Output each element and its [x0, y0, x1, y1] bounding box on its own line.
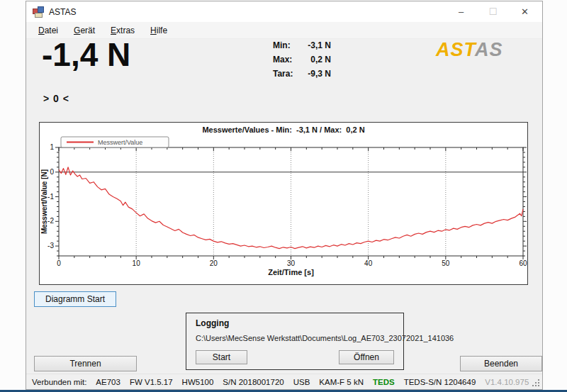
measurement-chart-panel: 010203040506010-1-2-3Zeit/Time [s]Messwe…	[39, 122, 528, 285]
x-tick-label: 40	[364, 259, 373, 267]
status-hardware: HW5100	[182, 378, 214, 386]
chart-title: Messwerte/Values - Min: -3,1 N / Max: 0,…	[40, 125, 527, 134]
menu-hilfe[interactable]: Hilfe	[142, 23, 175, 38]
x-tick-label: 0	[57, 259, 61, 267]
min-row: Min: -3,1 N	[273, 38, 331, 52]
measurement-chart: 010203040506010-1-2-3Zeit/Time [s]Messwe…	[40, 123, 527, 284]
status-bar: Verbunden mit: AE703 FW V1.5.17 HW5100 S…	[26, 374, 542, 389]
x-tick-label: 50	[442, 259, 450, 267]
status-interface: USB	[293, 378, 310, 386]
tara-label: Tara:	[273, 67, 298, 81]
status-app-version: V1.4.10.975	[485, 378, 529, 386]
current-force-readout: -1,4 N	[42, 35, 130, 74]
app-window: ASTAS – ☐ ✕ Datei Gerät Extras Hilfe -1,…	[26, 1, 543, 390]
y-tick-label: -3	[47, 242, 54, 250]
diagram-start-button[interactable]: Diagramm Start	[34, 291, 116, 307]
logging-file-path: C:\Users\MecSense Werkstatt\Documents\Lo…	[196, 334, 454, 342]
legend-label: Messwert/Value	[98, 139, 142, 146]
astas-logo-yellow: AST	[436, 39, 475, 60]
status-connected-label: Verbunden mit:	[32, 378, 86, 386]
maximize-button: ☐	[477, 1, 509, 22]
logging-groupbox: Logging C:\Users\MecSense Werkstatt\Docu…	[186, 313, 404, 370]
x-tick-label: 30	[287, 259, 296, 267]
logging-open-button[interactable]: Öffnen	[339, 350, 394, 364]
astas-logo-gray: AS	[475, 39, 503, 60]
status-serial: S/N 2018001720	[223, 378, 284, 386]
x-axis-label: Zeit/Time [s]	[268, 268, 314, 276]
logging-start-button[interactable]: Start	[196, 350, 247, 364]
disconnect-button[interactable]: Trennen	[34, 356, 137, 371]
y-tick-label: 0	[50, 168, 54, 176]
close-button[interactable]: ✕	[509, 1, 541, 22]
logging-title: Logging	[196, 318, 229, 328]
status-firmware: FW V1.5.17	[130, 378, 173, 386]
status-device: AE703	[96, 378, 120, 386]
plot-area	[59, 147, 523, 256]
y-tick-label: 1	[50, 143, 54, 151]
x-tick-label: 60	[519, 259, 527, 267]
tare-zero-button[interactable]: > 0 <	[43, 93, 69, 104]
resize-grip[interactable]	[538, 385, 539, 386]
x-tick-label: 20	[210, 259, 218, 267]
y-tick-label: -2	[47, 217, 54, 225]
y-axis-label: Messwert/Value [N]	[40, 169, 48, 234]
window-controls: – ☐ ✕	[445, 1, 541, 22]
max-row: Max: 0,2 N	[273, 52, 331, 67]
min-value: -3,1 N	[298, 38, 331, 52]
status-sensor: KAM-F 5 kN	[319, 378, 364, 386]
status-teds-badge: TEDS	[373, 378, 395, 386]
tara-row: Tara: -9,3 N	[273, 67, 331, 81]
exit-button[interactable]: Beenden	[460, 356, 542, 371]
app-icon	[33, 6, 44, 18]
max-label: Max:	[273, 52, 298, 67]
min-label: Min:	[273, 38, 298, 52]
max-value: 0,2 N	[298, 52, 331, 67]
min-max-tara-panel: Min: -3,1 N Max: 0,2 N Tara: -9,3 N	[273, 38, 331, 81]
minimize-button[interactable]: –	[445, 1, 477, 22]
x-tick-label: 10	[133, 259, 141, 267]
y-tick-label: -1	[47, 193, 54, 201]
window-title: ASTAS	[49, 7, 76, 17]
astas-logo: ASTAS	[436, 39, 503, 61]
tara-value: -9,3 N	[298, 67, 331, 81]
status-teds-serial: TEDS-S/N 1204649	[404, 378, 476, 386]
title-bar[interactable]: ASTAS – ☐ ✕	[26, 1, 542, 22]
